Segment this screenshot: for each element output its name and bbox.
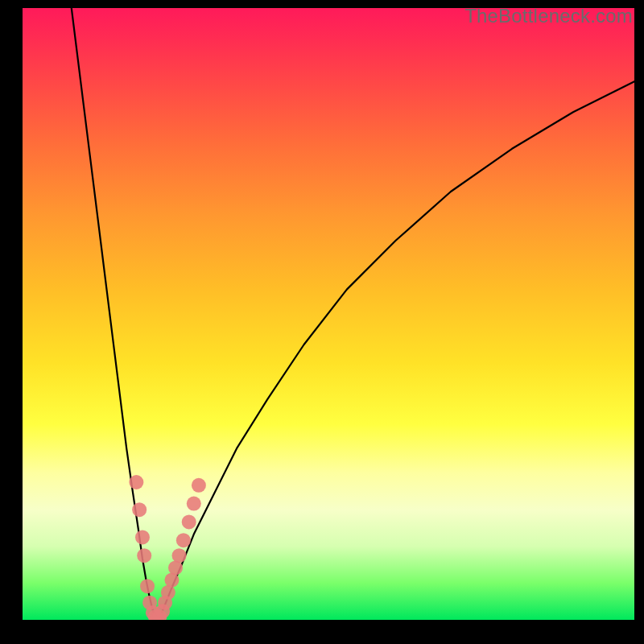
highlight-dot [161, 585, 175, 600]
plot-area [23, 8, 634, 620]
highlight-dot [140, 579, 155, 593]
highlight-dot [135, 530, 150, 544]
highlight-dot [192, 478, 206, 493]
highlight-dot [164, 573, 179, 588]
watermark-text: TheBottleneck.com [464, 5, 633, 27]
curve-right-branch [157, 81, 634, 620]
highlight-dot [129, 475, 143, 489]
curve-left-branch [72, 8, 157, 620]
highlight-dot [182, 514, 196, 529]
chart-frame: TheBottleneck.com [0, 0, 644, 644]
highlight-dot [172, 548, 187, 563]
chart-svg [23, 8, 634, 620]
highlight-dot [176, 533, 191, 547]
highlight-dot [168, 560, 183, 575]
highlight-dot [137, 548, 151, 563]
highlight-dot [132, 502, 147, 517]
highlight-dot [187, 497, 201, 511]
